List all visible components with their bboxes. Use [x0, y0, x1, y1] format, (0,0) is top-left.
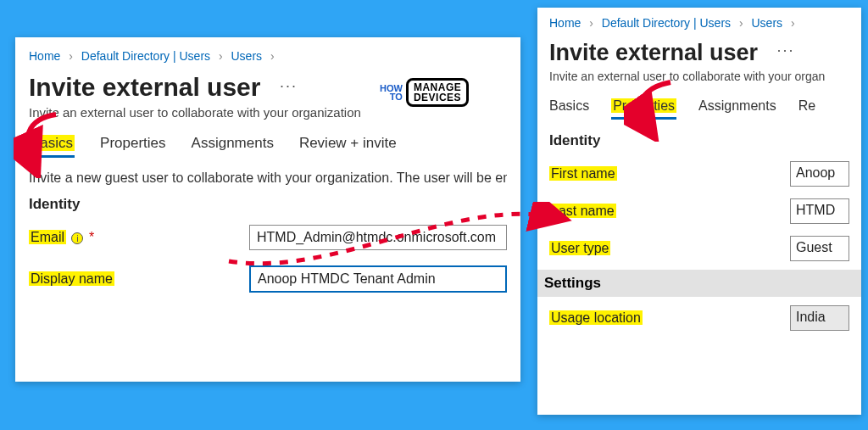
usage-location-label-text: Usage location [549, 310, 643, 325]
crumb-home[interactable]: Home [549, 16, 581, 30]
info-icon[interactable]: i [71, 232, 83, 244]
tab-properties[interactable]: Properties [100, 135, 165, 155]
logo-manage-devices: MANAGE DEVICES [406, 78, 469, 107]
page-subtitle: Invite an external user to collaborate w… [29, 105, 507, 120]
tab-review-invite-truncated[interactable]: Re [798, 98, 815, 117]
tab-basics-label: Basics [29, 135, 75, 151]
usage-location-input[interactable]: India [790, 305, 849, 331]
display-name-input[interactable]: Anoop HTMDC Tenant Admin [249, 265, 507, 293]
page-title: Invite external user [549, 40, 758, 66]
lastname-label: Last name [549, 204, 685, 219]
howtomanagedevices-logo: HOW TO MANAGE DEVICES [380, 78, 469, 107]
chevron-right-icon: › [69, 49, 73, 63]
identity-heading: Identity [549, 132, 849, 149]
crumb-users[interactable]: Users [752, 16, 783, 30]
tab-basics[interactable]: Basics [549, 98, 589, 117]
tab-review-invite[interactable]: Review + invite [299, 135, 397, 155]
panel-properties: Home › Default Directory | Users › Users… [537, 8, 861, 415]
breadcrumb: Home › Default Directory | Users › Users… [29, 49, 507, 63]
page-subtitle: Invite an external user to collaborate w… [549, 70, 849, 83]
lastname-input[interactable]: HTMD [790, 198, 849, 224]
row-lastname: Last name HTMD [549, 198, 849, 224]
tabs-left: Basics Properties Assignments Review + i… [29, 135, 507, 155]
crumb-directory[interactable]: Default Directory | Users [602, 16, 731, 30]
crumb-directory[interactable]: Default Directory | Users [81, 49, 210, 63]
settings-heading: Settings [537, 270, 861, 297]
tab-basics[interactable]: Basics [29, 135, 75, 155]
email-input[interactable]: HTMD_Admin@htmdc.onmicrosoft.com [249, 225, 507, 250]
tab-properties-label: Properties [611, 98, 676, 113]
usertype-label: User type [549, 241, 685, 256]
crumb-home[interactable]: Home [29, 49, 60, 63]
identity-heading: Identity [29, 196, 507, 213]
chevron-right-icon: › [791, 16, 795, 30]
required-marker: * [89, 230, 94, 244]
tab-properties[interactable]: Properties [611, 98, 676, 117]
tab-assignments[interactable]: Assignments [192, 135, 274, 155]
tabs-right: Basics Properties Assignments Re [549, 98, 849, 117]
chevron-right-icon: › [589, 16, 593, 30]
usertype-input[interactable]: Guest [790, 236, 849, 261]
more-actions-button[interactable]: ··· [777, 42, 795, 59]
firstname-label-text: First name [549, 166, 617, 181]
chevron-right-icon: › [739, 16, 743, 30]
email-label-text: Email [29, 230, 66, 244]
lastname-label-text: Last name [549, 204, 616, 218]
page-title: Invite external user [29, 73, 260, 102]
logo-to-text: TO [380, 92, 403, 101]
breadcrumb: Home › Default Directory | Users › Users… [549, 16, 849, 30]
basics-description: Invite a new guest user to collaborate w… [29, 170, 507, 186]
logo-devices-text: DEVICES [414, 92, 461, 103]
usage-location-label: Usage location [549, 310, 685, 326]
logo-how-to: HOW TO [380, 84, 403, 101]
chevron-right-icon: › [219, 49, 223, 63]
crumb-users[interactable]: Users [231, 49, 263, 63]
display-name-label-text: Display name [29, 271, 114, 286]
row-email: Email i * HTMD_Admin@htmdc.onmicrosoft.c… [29, 225, 507, 250]
display-name-label: Display name [29, 271, 249, 287]
usertype-label-text: User type [549, 241, 610, 255]
tab-assignments[interactable]: Assignments [698, 98, 776, 117]
row-display-name: Display name Anoop HTMDC Tenant Admin [29, 265, 507, 293]
row-usertype: User type Guest [549, 236, 849, 261]
email-label: Email i * [29, 230, 249, 245]
more-actions-button[interactable]: ··· [280, 77, 298, 95]
firstname-input[interactable]: Anoop [790, 161, 849, 187]
row-usage-location: Usage location India [549, 305, 849, 331]
chevron-right-icon: › [270, 49, 275, 63]
row-firstname: First name Anoop [549, 161, 849, 187]
firstname-label: First name [549, 166, 685, 181]
